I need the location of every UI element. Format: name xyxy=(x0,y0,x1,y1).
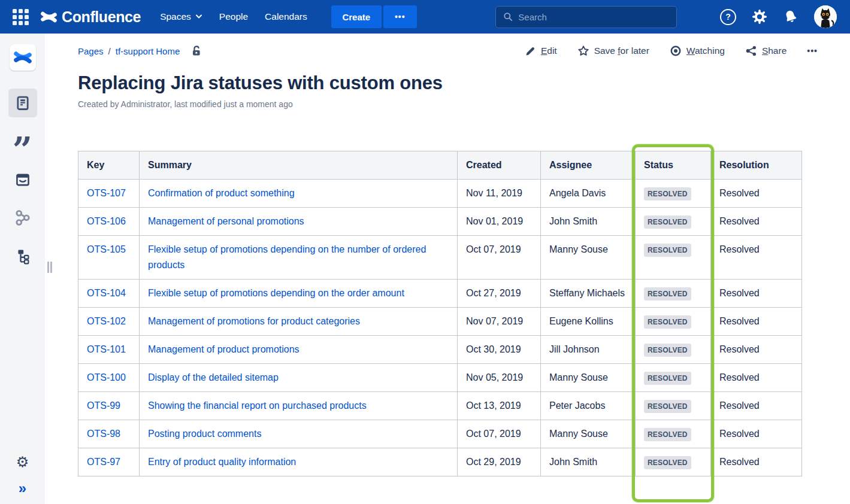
status-badge: RESOLVED xyxy=(644,372,691,385)
sidebar-item-pages[interactable] xyxy=(8,89,37,117)
save-for-later-button[interactable]: Save for later xyxy=(577,45,649,57)
chevron-down-icon xyxy=(195,14,202,19)
issue-summary-link[interactable]: Management of personal promotions xyxy=(148,216,304,226)
table-row: OTS-107 Confirmation of product somethin… xyxy=(78,180,802,208)
table-row: OTS-106 Management of personal promotion… xyxy=(78,208,802,236)
status-badge: RESOLVED xyxy=(644,187,691,201)
brand-wordmark: Confluence xyxy=(62,8,141,26)
issue-created-cell: Oct 13, 2019 xyxy=(458,392,541,420)
issue-assignee-cell: Manny Souse xyxy=(541,364,636,392)
column-header-assignee: Assignee xyxy=(541,151,636,180)
issue-created-cell: Oct 07, 2019 xyxy=(458,420,541,448)
search-icon xyxy=(503,11,513,22)
issue-resolution-cell: Resolved xyxy=(711,448,802,476)
create-button[interactable]: Create xyxy=(331,5,382,28)
notifications-bell-icon[interactable] xyxy=(783,9,798,25)
column-header-created: Created xyxy=(458,151,541,180)
issue-summary-link[interactable]: Showing the financial report on purchase… xyxy=(148,400,367,411)
issue-resolution-cell: Resolved xyxy=(711,208,802,236)
issue-key-link[interactable]: OTS-107 xyxy=(87,188,126,198)
issue-summary-link[interactable]: Entry of product quality information xyxy=(148,457,296,467)
issue-summary-link[interactable]: Posting product comments xyxy=(148,429,261,439)
issue-resolution-cell: Resolved xyxy=(711,180,802,208)
pencil-icon xyxy=(525,45,536,57)
sidebar-item-space-shortcuts[interactable] xyxy=(8,204,37,232)
create-button-group: Create ••• xyxy=(331,5,417,28)
nav-item-spaces[interactable]: Spaces xyxy=(152,7,211,27)
issue-key-link[interactable]: OTS-102 xyxy=(87,316,126,326)
issue-resolution-cell: Resolved xyxy=(711,236,802,280)
sidebar-item-blog[interactable]: ” xyxy=(8,127,37,156)
issue-created-cell: Oct 07, 2019 xyxy=(458,236,541,280)
issue-key-link[interactable]: OTS-97 xyxy=(87,457,120,467)
breadcrumb-space-home-link[interactable]: tf-support Home xyxy=(116,46,180,56)
help-icon[interactable]: ? xyxy=(720,9,736,25)
issue-assignee-cell: Peter Jacobs xyxy=(541,392,636,420)
column-header-status: Status xyxy=(636,151,711,180)
issue-created-cell: Nov 01, 2019 xyxy=(458,208,541,236)
edit-button[interactable]: Edit xyxy=(525,45,557,57)
nav-item-people[interactable]: People xyxy=(211,7,256,27)
column-header-resolution: Resolution xyxy=(711,151,802,180)
issue-summary-link[interactable]: Management of promotions for product cat… xyxy=(148,316,360,326)
unrestricted-unlock-icon[interactable] xyxy=(190,45,202,57)
breadcrumb-pages-link[interactable]: Pages xyxy=(78,46,104,56)
issue-key-link[interactable]: OTS-105 xyxy=(87,244,126,254)
issue-key-link[interactable]: OTS-106 xyxy=(87,216,126,226)
sidebar-item-page-tree[interactable] xyxy=(8,242,37,271)
table-row: OTS-97 Entry of product quality informat… xyxy=(78,448,802,476)
issue-summary-link[interactable]: Flexible setup of promotions depending o… xyxy=(148,244,426,270)
search-box[interactable] xyxy=(495,6,677,28)
sidebar-resize-grip[interactable] xyxy=(47,262,53,273)
space-logo[interactable] xyxy=(10,44,36,71)
calendar-icon xyxy=(14,171,31,188)
issue-created-cell: Oct 29, 2019 xyxy=(458,448,541,476)
issue-assignee-cell: John Smith xyxy=(541,208,636,236)
issue-resolution-cell: Resolved xyxy=(711,336,802,364)
grid-icon xyxy=(13,9,29,25)
status-badge: RESOLVED xyxy=(644,315,691,329)
issue-assignee-cell: Steffany Michaels xyxy=(541,280,636,308)
table-row: OTS-101 Management of product promotions… xyxy=(78,336,802,364)
table-row: OTS-100 Display of the detailed sitemap … xyxy=(78,364,802,392)
issue-resolution-cell: Resolved xyxy=(711,420,802,448)
confluence-mark-icon xyxy=(41,9,57,25)
black-cat-avatar-image xyxy=(814,5,837,28)
issue-created-cell: Oct 30, 2019 xyxy=(458,336,541,364)
watching-button[interactable]: Watching xyxy=(670,45,725,57)
issue-resolution-cell: Resolved xyxy=(711,280,802,308)
search-input[interactable] xyxy=(518,12,669,22)
page-title: Replacing Jira statuses with custom ones xyxy=(78,71,818,96)
page-content: Pages / tf-support Home Edit xyxy=(45,34,850,504)
status-badge: RESOLVED xyxy=(644,344,691,357)
table-header-row: Key Summary Created Assignee Status Reso… xyxy=(78,151,802,180)
issue-created-cell: Oct 27, 2019 xyxy=(458,280,541,308)
nav-item-calendars[interactable]: Calendars xyxy=(256,7,316,27)
issue-key-link[interactable]: OTS-100 xyxy=(87,372,126,382)
user-avatar[interactable] xyxy=(814,5,837,28)
status-badge: RESOLVED xyxy=(644,400,691,413)
status-badge: RESOLVED xyxy=(644,287,691,300)
settings-gear-icon[interactable] xyxy=(752,9,767,25)
share-button[interactable]: Share xyxy=(745,45,787,57)
issue-key-link[interactable]: OTS-99 xyxy=(87,400,120,411)
issue-summary-link[interactable]: Flexible setup of promotions depending o… xyxy=(148,288,404,298)
primary-nav: Spaces People Calendars xyxy=(152,0,316,34)
create-more-button[interactable]: ••• xyxy=(383,5,417,28)
space-settings-gear-icon[interactable]: ⚙ xyxy=(16,455,29,469)
status-badge: RESOLVED xyxy=(644,456,691,469)
issue-created-cell: Nov 07, 2019 xyxy=(458,308,541,336)
table-row: OTS-105 Flexible setup of promotions dep… xyxy=(78,236,802,280)
issue-summary-link[interactable]: Display of the detailed sitemap xyxy=(148,372,279,382)
column-header-key: Key xyxy=(78,151,140,180)
issue-key-link[interactable]: OTS-98 xyxy=(87,429,120,439)
issue-key-link[interactable]: OTS-104 xyxy=(87,288,126,298)
confluence-logo[interactable]: Confluence xyxy=(41,8,141,26)
issue-summary-link[interactable]: Confirmation of product something xyxy=(148,188,295,198)
nav-utility-icons: ? xyxy=(720,5,837,28)
issue-summary-link[interactable]: Management of product promotions xyxy=(148,344,300,354)
app-switcher-icon[interactable] xyxy=(8,5,32,29)
more-actions-button[interactable]: ••• xyxy=(807,46,818,56)
expand-sidebar-icon[interactable]: » xyxy=(19,481,26,496)
issue-key-link[interactable]: OTS-101 xyxy=(87,344,126,354)
